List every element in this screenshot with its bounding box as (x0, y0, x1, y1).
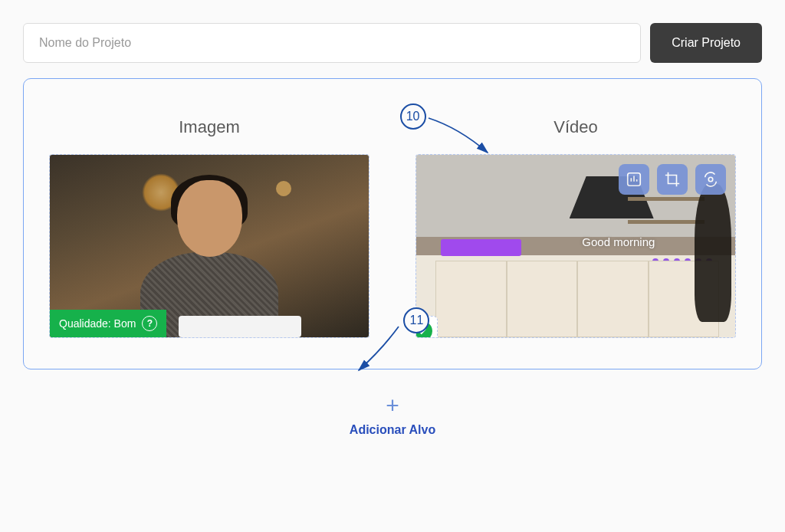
plus-icon: + (386, 394, 399, 417)
quality-badge: Qualidade: Bom ? (50, 310, 166, 337)
image-target-column: Imagem Qualidade: Bom ? (49, 117, 370, 338)
annotation-10: 10 (400, 103, 426, 130)
annotation-10-number: 10 (400, 103, 426, 130)
annotation-11-number: 11 (403, 307, 429, 333)
create-project-button[interactable]: Criar Projeto (650, 23, 762, 63)
video-target-label: Vídeo (553, 117, 598, 137)
analytics-icon[interactable] (619, 164, 649, 195)
add-target-label: Adicionar Alvo (350, 423, 435, 437)
help-icon[interactable]: ? (142, 316, 157, 331)
crop-icon[interactable] (657, 164, 688, 195)
project-name-input[interactable] (23, 23, 641, 63)
image-media-card[interactable]: Qualidade: Bom ? (49, 154, 370, 338)
annotation-11: 11 (403, 307, 429, 333)
replace-icon[interactable] (695, 164, 726, 195)
video-toolbar (619, 164, 726, 195)
image-target-label: Imagem (179, 117, 239, 137)
svg-point-1 (708, 177, 713, 182)
targets-panel: 10 11 Imagem (23, 78, 762, 369)
video-media-card[interactable]: Good morning (415, 154, 736, 338)
video-overlay-text: Good morning (582, 235, 655, 248)
add-target-button[interactable]: + Adicionar Alvo (350, 394, 435, 437)
quality-badge-text: Qualidade: Bom (59, 317, 136, 330)
